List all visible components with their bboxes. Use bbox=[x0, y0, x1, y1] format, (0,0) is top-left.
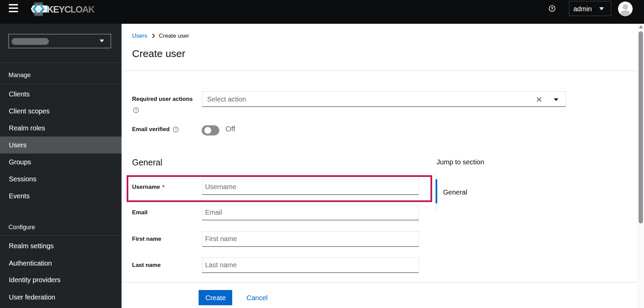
svg-text:?: ? bbox=[135, 108, 137, 112]
svg-text:KEYCLOAK: KEYCLOAK bbox=[47, 4, 95, 15]
svg-text:?: ? bbox=[174, 128, 177, 132]
svg-text:?: ? bbox=[551, 6, 553, 11]
